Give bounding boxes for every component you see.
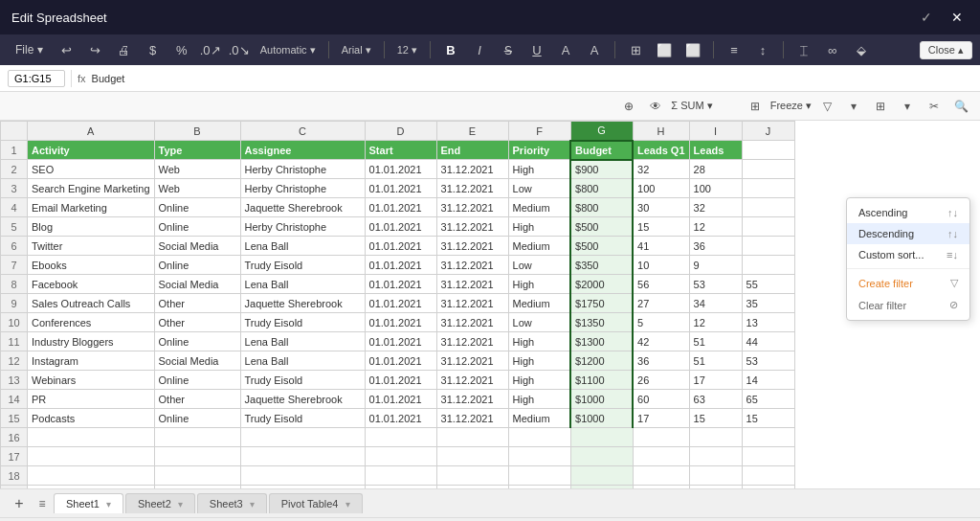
sheet-tab-4-close[interactable]: ▾ [345, 499, 350, 510]
cell-end[interactable]: 31.12.2021 [436, 160, 508, 179]
add-sheet-button[interactable]: + [8, 492, 31, 515]
cell-end[interactable]: 31.12.2021 [436, 409, 508, 428]
cell-end[interactable]: 31.12.2021 [436, 332, 508, 351]
col-header-f[interactable]: F [508, 122, 570, 141]
format-dropdown[interactable]: Automatic ▾ [256, 41, 321, 59]
cell-end[interactable]: 31.12.2021 [436, 179, 508, 198]
cell-leads[interactable]: 63 [689, 390, 742, 409]
cell-type[interactable]: Social Media [154, 237, 240, 256]
cell-priority[interactable]: High [508, 160, 570, 179]
cell-start[interactable]: 01.01.2021 [365, 332, 436, 351]
cut-button[interactable]: ✂ [923, 95, 946, 118]
cell-end[interactable]: 31.12.2021 [436, 390, 508, 409]
cell-start[interactable]: 01.01.2021 [365, 313, 436, 332]
cell-start[interactable]: 01.01.2021 [365, 179, 436, 198]
merge-button[interactable]: ⬜ [652, 37, 677, 62]
create-filter-item[interactable]: Create filter ▽ [847, 272, 969, 294]
sheet-tab-4[interactable]: Pivot Table4 ▾ [269, 493, 363, 513]
currency-button[interactable]: $ [141, 37, 166, 62]
cell-type[interactable]: Online [154, 256, 240, 275]
align-button[interactable]: ≡ [722, 37, 746, 62]
cell-priority[interactable]: High [508, 371, 570, 390]
cell-budget[interactable]: $1300 [570, 332, 633, 351]
cell-assignee[interactable]: Lena Ball [240, 275, 365, 294]
sheet-list-button[interactable]: ≡ [31, 492, 54, 515]
cell-leads[interactable]: 34 [689, 294, 742, 313]
cell-priority[interactable]: High [508, 390, 570, 409]
cell-assignee[interactable]: Lena Ball [240, 332, 365, 351]
cell-end[interactable]: 31.12.2021 [436, 237, 508, 256]
undo-button[interactable]: ↩ [55, 37, 79, 62]
cell-activity[interactable]: Blog [28, 217, 155, 237]
cell-type[interactable]: Online [154, 409, 240, 428]
col-header-b[interactable]: B [154, 122, 240, 141]
filter-button[interactable]: ▽ [815, 95, 838, 118]
cell-type[interactable]: Other [154, 294, 240, 313]
cell-activity[interactable]: Industry Bloggers [28, 332, 155, 351]
strikethrough-button[interactable]: S̶ [496, 37, 521, 62]
cell-budget[interactable]: $1000 [570, 390, 633, 409]
cell-leadsq1[interactable]: 100 [633, 179, 689, 198]
sheet-tab-3[interactable]: Sheet3 ▾ [197, 493, 267, 513]
close-window-button[interactable]: ✕ [946, 6, 969, 29]
cell-budget[interactable]: $1100 [570, 371, 633, 390]
cell-leads[interactable]: 51 [689, 351, 742, 371]
spreadsheet[interactable]: A B C D E F G H I J 1 Activity Type [0, 121, 980, 488]
col-header-g[interactable]: G [570, 122, 633, 141]
cell-start[interactable]: 01.01.2021 [365, 371, 436, 390]
filter-options[interactable]: ▾ [842, 95, 865, 118]
cell-assignee[interactable]: Lena Ball [240, 351, 365, 371]
cell-budget[interactable]: $2000 [570, 275, 633, 294]
highlight-button[interactable]: A [582, 37, 607, 62]
cell-extra[interactable]: 35 [742, 294, 794, 313]
cell-leadsq1[interactable]: 27 [633, 294, 689, 313]
cell-leadsq1[interactable]: 32 [633, 160, 689, 179]
cell-leadsq1[interactable]: 15 [633, 217, 689, 237]
cell-activity[interactable]: Ebooks [28, 256, 155, 275]
sheet-tab-2-close[interactable]: ▾ [178, 499, 183, 510]
sum-dropdown[interactable] [717, 95, 740, 118]
cell-priority[interactable]: Medium [508, 237, 570, 256]
cell-assignee[interactable]: Jaquette Sherebrook [240, 294, 365, 313]
cell-assignee[interactable]: Trudy Eisold [240, 371, 365, 390]
print-button[interactable]: 🖨 [112, 37, 137, 62]
cell-extra[interactable]: 53 [742, 351, 794, 371]
cell-budget[interactable]: $1200 [570, 351, 633, 371]
cell-reference-input[interactable] [8, 70, 65, 87]
cell-leadsq1[interactable]: 5 [633, 313, 689, 332]
cell-leadsq1[interactable]: 41 [633, 237, 689, 256]
close-toolbar-button[interactable]: Close ▴ [920, 41, 972, 59]
cell-start[interactable]: 01.01.2021 [365, 351, 436, 371]
decimal-decrease[interactable]: .0↘ [227, 37, 252, 62]
cell-leads[interactable]: 12 [689, 217, 742, 237]
cell-leads[interactable]: 53 [689, 275, 742, 294]
cell-start[interactable]: 01.01.2021 [365, 390, 436, 409]
cell-end[interactable]: 31.12.2021 [436, 313, 508, 332]
cell-priority[interactable]: High [508, 332, 570, 351]
conditional-format[interactable]: ⊞ [869, 95, 892, 118]
cell-activity[interactable]: Webinars [28, 371, 155, 390]
cell-budget[interactable]: $1350 [570, 313, 633, 332]
cell-activity[interactable]: PR [28, 390, 155, 409]
cell-start[interactable]: 01.01.2021 [365, 237, 436, 256]
cell-extra[interactable]: 13 [742, 313, 794, 332]
valign-button[interactable]: ↕ [750, 37, 775, 62]
cell-activity[interactable]: Email Marketing [28, 198, 155, 217]
cell-leads[interactable]: 9 [689, 256, 742, 275]
sort-ascending-item[interactable]: Ascending ↑↓ [847, 202, 969, 223]
cell-leads[interactable]: 28 [689, 160, 742, 179]
cell-priority[interactable]: Medium [508, 294, 570, 313]
header-activity[interactable]: Activity [28, 141, 155, 160]
col-header-e[interactable]: E [436, 122, 508, 141]
redo-button[interactable]: ↪ [83, 37, 108, 62]
col-header-c[interactable]: C [240, 122, 365, 141]
cell-extra[interactable]: 65 [742, 390, 794, 409]
cell-priority[interactable]: Medium [508, 198, 570, 217]
cell-leadsq1[interactable]: 42 [633, 332, 689, 351]
cell-extra[interactable]: 15 [742, 409, 794, 428]
wrap-button[interactable]: ⬜ [680, 37, 705, 62]
insert-button[interactable]: ⌶ [791, 37, 816, 62]
cell-activity[interactable]: Sales Outreach Calls [28, 294, 155, 313]
cell-leadsq1[interactable]: 30 [633, 198, 689, 217]
cell-type[interactable]: Web [154, 160, 240, 179]
